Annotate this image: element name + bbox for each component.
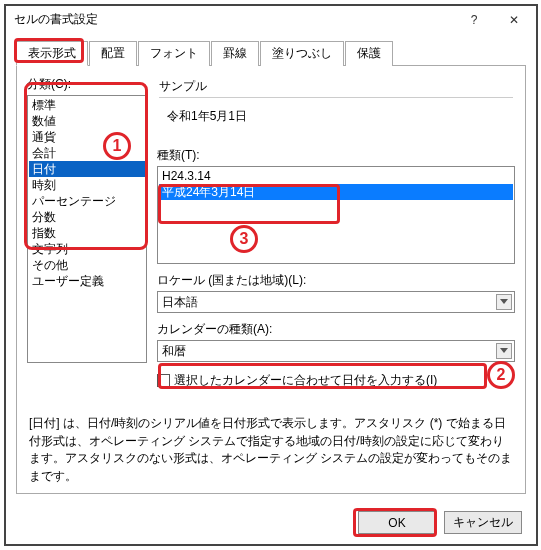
category-label: 分類(C): <box>27 76 147 93</box>
type-item[interactable]: H24.3.14 <box>159 168 513 184</box>
close-button[interactable]: ✕ <box>494 8 534 32</box>
locale-combobox[interactable]: 日本語 <box>157 291 515 313</box>
checkbox-icon[interactable] <box>157 374 170 387</box>
type-label: 種類(T): <box>157 147 515 164</box>
help-button[interactable]: ? <box>454 8 494 32</box>
category-item[interactable]: 標準 <box>29 97 145 113</box>
category-item[interactable]: 分数 <box>29 209 145 225</box>
calendar-input-checkbox-row[interactable]: 選択したカレンダーに合わせて日付を入力する(I) <box>157 372 515 389</box>
type-item-selected[interactable]: 平成24年3月14日 <box>159 184 513 200</box>
button-bar: OK キャンセル <box>358 511 522 534</box>
dropdown-arrow-icon[interactable] <box>496 343 512 359</box>
tab-number-format[interactable]: 表示形式 <box>16 41 88 66</box>
cancel-button[interactable]: キャンセル <box>444 511 522 534</box>
category-item[interactable]: 会計 <box>29 145 145 161</box>
category-item[interactable]: 指数 <box>29 225 145 241</box>
tab-alignment[interactable]: 配置 <box>89 41 137 66</box>
dropdown-arrow-icon[interactable] <box>496 294 512 310</box>
category-item[interactable]: 文字列 <box>29 241 145 257</box>
sample-group: サンプル 令和1年5月1日 <box>157 76 515 141</box>
tab-font[interactable]: フォント <box>138 41 210 66</box>
locale-label: ロケール (国または地域)(L): <box>157 272 515 289</box>
tab-border[interactable]: 罫線 <box>211 41 259 66</box>
format-description: [日付] は、日付/時刻のシリアル値を日付形式で表示します。アスタリスク (*)… <box>27 413 515 485</box>
dialog-content: 表示形式 配置 フォント 罫線 塗りつぶし 保護 分類(C): 標準 数値 通貨… <box>6 34 536 504</box>
category-listbox[interactable]: 標準 数値 通貨 会計 日付 時刻 パーセンテージ 分数 指数 文字列 その他 … <box>27 95 147 363</box>
category-item[interactable]: 通貨 <box>29 129 145 145</box>
category-item[interactable]: 時刻 <box>29 177 145 193</box>
locale-value: 日本語 <box>162 294 198 311</box>
close-icon: ✕ <box>509 13 519 27</box>
category-column: 分類(C): 標準 数値 通貨 会計 日付 時刻 パーセンテージ 分数 指数 文… <box>27 76 147 363</box>
format-cells-dialog: セルの書式設定 ? ✕ 表示形式 配置 フォント 罫線 塗りつぶし 保護 分類(… <box>4 4 538 546</box>
category-item[interactable]: 数値 <box>29 113 145 129</box>
tab-body: 分類(C): 標準 数値 通貨 会計 日付 時刻 パーセンテージ 分数 指数 文… <box>16 66 526 494</box>
ok-button[interactable]: OK <box>358 511 436 534</box>
tab-fill[interactable]: 塗りつぶし <box>260 41 344 66</box>
calendar-label: カレンダーの種類(A): <box>157 321 515 338</box>
tab-strip: 表示形式 配置 フォント 罫線 塗りつぶし 保護 <box>16 40 526 66</box>
titlebar: セルの書式設定 ? ✕ <box>6 6 536 34</box>
calendar-value: 和暦 <box>162 343 186 360</box>
category-item[interactable]: その他 <box>29 257 145 273</box>
category-item[interactable]: パーセンテージ <box>29 193 145 209</box>
calendar-checkbox-label: 選択したカレンダーに合わせて日付を入力する(I) <box>174 372 437 389</box>
category-item-selected[interactable]: 日付 <box>29 161 145 177</box>
tab-protection[interactable]: 保護 <box>345 41 393 66</box>
sample-value: 令和1年5月1日 <box>159 104 513 135</box>
sample-label: サンプル <box>159 78 513 95</box>
window-title: セルの書式設定 <box>14 11 454 28</box>
calendar-combobox[interactable]: 和暦 <box>157 340 515 362</box>
category-item[interactable]: ユーザー定義 <box>29 273 145 289</box>
type-listbox[interactable]: H24.3.14 平成24年3月14日 <box>157 166 515 264</box>
